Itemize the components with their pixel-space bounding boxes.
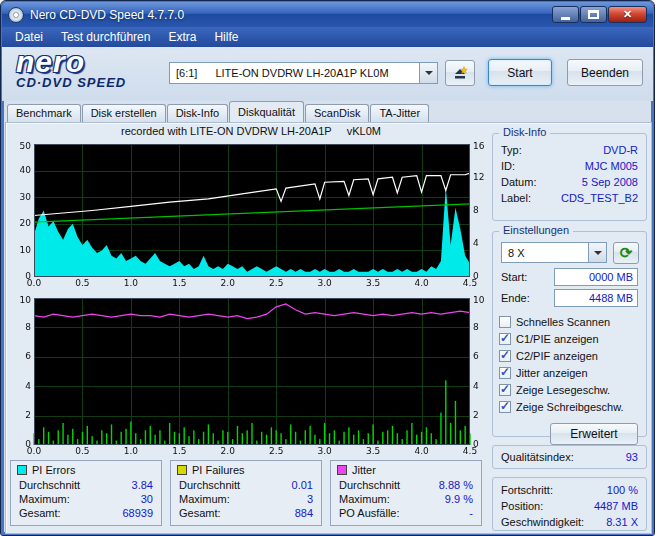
pif-jitter-chart [10,292,492,458]
app-icon [8,7,24,23]
scan-speed-select[interactable]: 8 X [501,242,607,263]
start-button[interactable]: Start [488,59,552,86]
start-position-field[interactable]: 0000 MB [554,268,638,286]
refresh-button[interactable]: ⟳ [613,242,639,264]
app-window: Nero CD-DVD Speed 4.7.7.0 Datei Test dur… [0,0,655,536]
minimize-button[interactable] [552,6,579,23]
tab-disk-erstellen[interactable]: Disk erstellen [82,104,166,122]
end-position-field[interactable]: 4488 MB [554,289,638,307]
stat-box-jitter: Jitter Durchschnitt8.88 % Maximum:9.9 % … [330,460,482,526]
stat-box-pi-failures: PI Failures Durchschnitt0.01 Maximum:3 G… [170,460,322,526]
menu-datei[interactable]: Datei [6,28,52,46]
advanced-button[interactable]: Erweitert [550,423,638,445]
tab-disk-info[interactable]: Disk-Info [167,104,228,122]
checkbox-box[interactable] [499,316,511,328]
scan-speed-dropdown-button[interactable] [588,243,606,262]
tab-scandisk[interactable]: ScanDisk [305,104,369,122]
nero-logo: nero CD·DVD SPEED [16,48,166,90]
header: nero CD·DVD SPEED [6:1] LITE-ON DVDRW LH… [2,47,653,101]
menu-hilfe[interactable]: Hilfe [205,28,247,46]
scan-speed-value: 8 X [502,247,588,259]
drive-bus-id: [6:1] [170,67,197,79]
disk-info-group: Disk-Info Typ:DVD-R ID:MJC M005 Datum:5 … [492,133,647,221]
titlebar[interactable]: Nero CD-DVD Speed 4.7.7.0 [2,2,653,27]
tab-strip: Benchmark Disk erstellen Disk-Info Diskq… [7,102,430,122]
eject-button[interactable] [445,60,475,86]
pie-quality-chart [10,138,492,290]
checkbox-box[interactable] [499,401,511,413]
end-position-label: Ende: [501,292,530,304]
pi-failures-legend-swatch [177,465,187,475]
stat-title: PI Errors [32,464,75,476]
settings-group: Einstellungen 8 X ⟳ Start: 0000 MB Ende:… [492,231,647,437]
drive-name: LITE-ON DVDRW LH-20A1P KL0M [215,67,419,79]
progress-box: Fortschritt:100 % Position:4487 MB Gesch… [492,477,647,531]
checkbox-zeige-lesegeschw[interactable]: Zeige Lesegeschw. [499,381,640,398]
cd-dvd-speed-logo-text: CD·DVD SPEED [16,75,166,90]
menubar: Datei Test durchführen Extra Hilfe [2,27,653,47]
disk-info-group-title: Disk-Info [499,126,550,138]
tab-ta-jitter[interactable]: TA-Jitter [370,104,429,122]
checkbox-schnelles-scannen[interactable]: Schnelles Scannen [499,313,640,330]
quality-index-value: 93 [626,451,638,463]
checkbox-box[interactable] [499,367,511,379]
tab-diskqualitaet[interactable]: Diskqualität [229,101,304,122]
tab-benchmark[interactable]: Benchmark [7,104,81,122]
drive-select[interactable]: [6:1] LITE-ON DVDRW LH-20A1P KL0M [169,62,438,84]
start-position-label: Start: [501,271,527,283]
refresh-icon: ⟳ [620,246,633,260]
settings-group-title: Einstellungen [499,224,573,236]
menu-extra[interactable]: Extra [159,28,205,46]
close-button[interactable] [608,6,647,23]
checkbox-box[interactable] [499,350,511,362]
jitter-legend-swatch [337,465,347,475]
checkbox-c1-pie-anzeigen[interactable]: C1/PIE anzeigen [499,330,640,347]
nero-logo-text: nero [16,48,166,76]
checkbox-c2-pif-anzeigen[interactable]: C2/PIF anzeigen [499,347,640,364]
chart-title: recorded with LITE-ON DVDRW LH-20A1P vKL… [10,125,492,137]
stat-title: PI Failures [192,464,245,476]
chevron-down-icon [425,71,433,75]
quit-button[interactable]: Beenden [567,59,643,86]
diskqualitaet-panel: recorded with LITE-ON DVDRW LH-20A1P vKL… [5,122,652,534]
stat-title: Jitter [352,464,376,476]
checkbox-jitter-anzeigen[interactable]: Jitter anzeigen [499,364,640,381]
pi-errors-legend-swatch [17,465,27,475]
drive-select-dropdown-button[interactable] [419,63,437,83]
checkbox-zeige-schreibgeschw[interactable]: Zeige Schreibgeschw. [499,398,640,415]
chevron-down-icon [594,251,602,255]
quality-index-box: Qualitätsindex: 93 [492,445,647,469]
checkbox-box[interactable] [499,384,511,396]
eject-icon [452,66,468,81]
stat-box-pi-errors: PI Errors Durchschnitt3.84 Maximum:30 Ge… [10,460,162,526]
quality-index-label: Qualitätsindex: [501,451,574,463]
maximize-button[interactable] [580,6,607,23]
menu-test-durchfuehren[interactable]: Test durchführen [52,28,159,46]
checkbox-box[interactable] [499,333,511,345]
window-title: Nero CD-DVD Speed 4.7.7.0 [30,8,551,22]
